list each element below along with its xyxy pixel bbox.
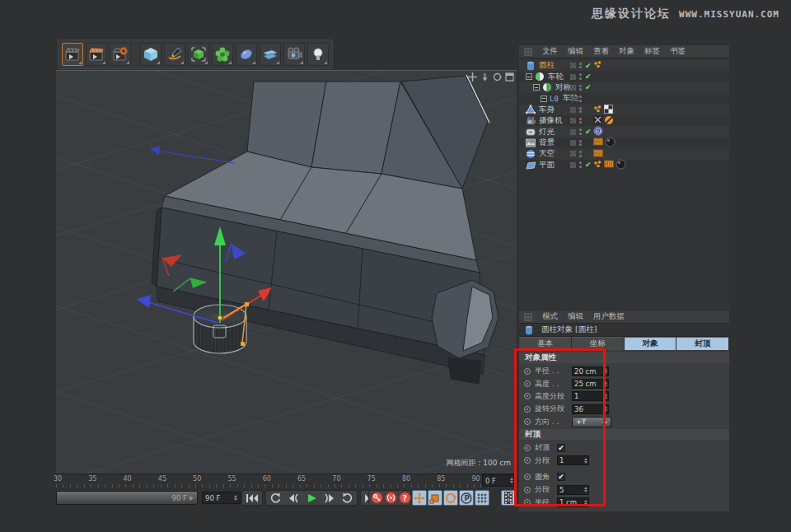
object-state-chips[interactable]: ✔	[570, 62, 593, 70]
value-field[interactable]: 1	[557, 455, 589, 465]
layer-chip-icon[interactable]	[570, 96, 576, 101]
enabled-check-icon[interactable]: ✔	[585, 128, 593, 136]
layer-chip-icon[interactable]	[570, 129, 576, 135]
layer-chip-icon[interactable]	[570, 107, 576, 113]
object-state-chips[interactable]	[570, 107, 593, 114]
viewport-3d[interactable]: 网格间距 : 100 cm	[56, 70, 517, 474]
spinner-arrows-icon[interactable]	[584, 498, 587, 506]
om-menu-文件[interactable]: 文件	[542, 46, 558, 57]
timeline-ruler[interactable]: 30354045505560657075808590	[56, 474, 517, 488]
orbit-icon[interactable]	[492, 72, 502, 82]
om-menu-标签[interactable]: 标签	[644, 46, 660, 57]
object-state-chips[interactable]: ✔	[570, 83, 593, 91]
checkbox[interactable]: ✔	[557, 444, 565, 452]
record-keyframe-button[interactable]	[371, 492, 383, 504]
value-field[interactable]: 25 cm	[572, 379, 609, 389]
object-row-plane[interactable]: 平面✔	[519, 160, 729, 170]
keyframe-circle-icon[interactable]	[524, 368, 531, 375]
layer-chip-icon[interactable]	[570, 118, 576, 124]
play-forward-button[interactable]	[302, 491, 321, 505]
object-row-light[interactable]: 灯光✔	[519, 126, 729, 137]
value-field[interactable]: 36	[572, 404, 609, 414]
object-row-symmetry[interactable]: 对称✔	[519, 82, 729, 93]
value-field[interactable]: 20 cm	[572, 366, 609, 376]
keyframe-circle-icon[interactable]	[524, 380, 531, 387]
next-frame-button[interactable]	[321, 491, 339, 505]
phong-tag-icon[interactable]	[593, 160, 602, 170]
material-tag-icon[interactable]	[605, 137, 615, 149]
visibility-dots-icon[interactable]	[579, 96, 582, 102]
tab-基本[interactable]: 基本	[519, 337, 572, 350]
object-row-cylinder[interactable]: 圆柱✔	[519, 60, 729, 71]
texture-tag-icon[interactable]	[593, 138, 603, 147]
motion-clapper-icon[interactable]	[86, 43, 107, 66]
fields-icon[interactable]	[236, 43, 257, 66]
spinner-arrows-icon[interactable]	[584, 486, 587, 494]
panel-grip-icon[interactable]	[524, 313, 532, 321]
object-state-chips[interactable]	[570, 118, 593, 124]
om-menu-对象[interactable]: 对象	[619, 46, 634, 57]
visibility-dots-icon[interactable]	[579, 107, 582, 114]
object-row-sphere[interactable]: 车轮✔	[519, 71, 729, 82]
keyframe-circle-icon[interactable]	[524, 445, 531, 451]
layer-chip-icon[interactable]	[570, 151, 576, 156]
value-field[interactable]: 5	[557, 485, 589, 495]
object-tags[interactable]	[593, 137, 615, 149]
enabled-check-icon[interactable]: ✔	[585, 72, 593, 81]
dropdown-field[interactable]: +Y	[572, 417, 611, 427]
am-menu-模式[interactable]: 模式	[542, 311, 558, 322]
simulate-clapper-icon[interactable]	[110, 43, 131, 66]
object-row-polygon[interactable]: 车身	[519, 105, 729, 115]
layer-chip-icon[interactable]	[570, 140, 576, 146]
coord-system-button[interactable]: P	[459, 490, 474, 506]
phong-tag-icon[interactable]	[593, 105, 602, 115]
object-tags[interactable]	[593, 149, 603, 159]
duration-field[interactable]: 90 F	[202, 492, 241, 504]
layer-chip-icon[interactable]	[570, 63, 576, 68]
object-state-chips[interactable]	[570, 140, 593, 147]
object-state-chips[interactable]: ✔	[570, 128, 593, 136]
object-tags[interactable]	[593, 105, 613, 115]
prev-frame-button[interactable]	[284, 491, 302, 505]
pan-icon[interactable]	[467, 72, 477, 82]
timeline-range-slider[interactable]: 90 F	[56, 491, 198, 505]
visibility-dots-icon[interactable]	[579, 151, 582, 157]
maximize-icon[interactable]	[504, 72, 514, 82]
visibility-dots-icon[interactable]	[579, 161, 582, 168]
layer-chip-icon[interactable]	[570, 74, 576, 80]
om-menu-查看[interactable]: 查看	[593, 46, 609, 57]
visibility-dots-icon[interactable]	[579, 73, 582, 80]
camoff-tag-icon[interactable]	[604, 115, 614, 127]
object-row-camera[interactable]: 摄像机	[519, 115, 729, 126]
object-tags[interactable]	[593, 159, 626, 171]
record-options-button[interactable]: ?	[399, 492, 411, 504]
om-menu-编辑[interactable]: 编辑	[568, 46, 583, 57]
rotate-tool-button[interactable]	[443, 490, 458, 506]
spinner-arrows-icon[interactable]	[604, 367, 607, 376]
material-tag-icon[interactable]	[615, 159, 626, 171]
visibility-dots-icon[interactable]	[579, 140, 582, 147]
dolly-icon[interactable]	[480, 72, 489, 82]
visibility-dots-icon[interactable]	[579, 128, 582, 135]
object-tags[interactable]	[593, 126, 603, 138]
tab-封顶[interactable]: 封顶	[676, 337, 729, 350]
object-row-background[interactable]: 背景	[519, 138, 729, 148]
object-state-chips[interactable]	[570, 96, 593, 102]
panel-grip-icon[interactable]	[524, 48, 532, 56]
go-to-start-button[interactable]	[241, 490, 263, 506]
autokey-button[interactable]	[385, 492, 397, 504]
current-frame-field[interactable]: 0 F	[482, 474, 517, 487]
checkbox[interactable]: ✔	[557, 473, 565, 481]
enabled-check-icon[interactable]: ✔	[585, 62, 593, 70]
layer-chip-icon[interactable]	[570, 85, 576, 91]
spinner-arrows-icon[interactable]	[604, 380, 607, 388]
keyframe-circle-icon[interactable]	[524, 487, 531, 493]
enabled-check-icon[interactable]: ✔	[585, 161, 593, 169]
loop-forward-button[interactable]	[339, 491, 357, 505]
tab-对象[interactable]: 对象	[625, 337, 677, 350]
uvw-tag-icon[interactable]	[604, 105, 613, 115]
expand-toggle-icon[interactable]	[541, 96, 547, 102]
keyframe-circle-icon[interactable]	[524, 418, 531, 425]
spinner-arrows-icon[interactable]	[604, 405, 607, 413]
object-state-chips[interactable]	[570, 151, 593, 157]
